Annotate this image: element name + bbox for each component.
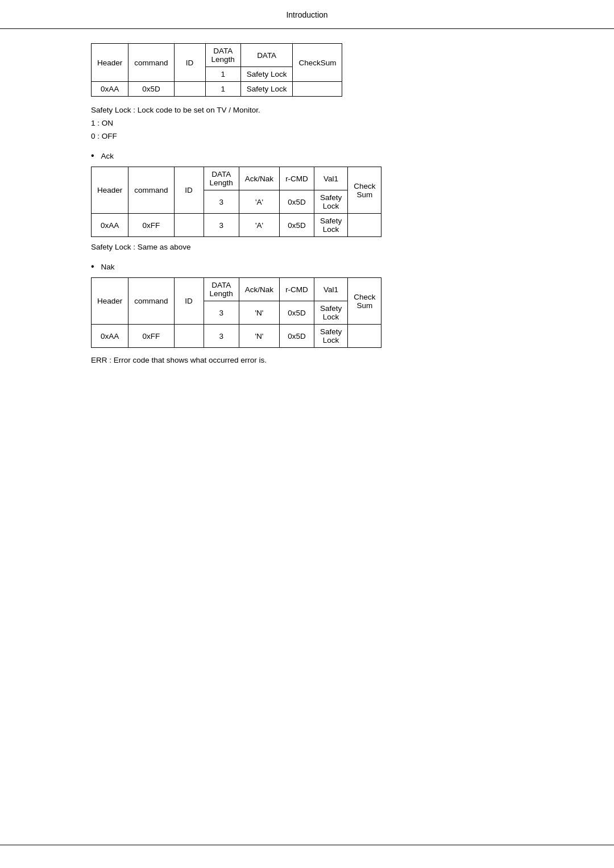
cmd-header-data-length: DATALength: [205, 44, 240, 67]
cmd-header-id: ID: [174, 44, 205, 82]
ack-row-id: [174, 214, 204, 237]
note-off: 0 : OFF: [91, 132, 523, 140]
nak-row-header: 0xAA: [92, 325, 128, 348]
cmd-row-data: Safety Lock: [240, 67, 293, 82]
cmd-header-data: DATA: [240, 44, 293, 67]
nak-row-id: [174, 325, 204, 348]
nak-header-command: command: [128, 278, 174, 325]
ack-row-safety: SafetyLock: [314, 214, 347, 237]
nak-row-nak: 'N': [239, 301, 279, 325]
nak-header-acknak: Ack/Nak: [239, 278, 279, 301]
nak-row-rcmd2: 0x5D: [280, 325, 314, 348]
nak-table: Header command ID DATALength Ack/Nak r-C…: [91, 277, 381, 348]
ack-note: Safety Lock : Same as above: [91, 243, 523, 251]
nak-text: Nak: [101, 263, 115, 271]
ack-header-val1: Val1: [314, 167, 347, 190]
cmd-row-length2: 1: [205, 82, 240, 97]
ack-row-command: 0xFF: [128, 214, 174, 237]
ack-table: Header command ID DATALength Ack/Nak r-C…: [91, 167, 381, 237]
ack-section: • Ack Header command ID DATALength Ack/N…: [91, 151, 523, 251]
ack-label: • Ack: [91, 151, 523, 161]
cmd-header-checksum: CheckSum: [293, 44, 342, 82]
cmd-row-header: 0xAA: [92, 82, 128, 97]
bottom-border: [0, 845, 614, 845]
ack-header-command: command: [128, 167, 174, 214]
nak-header-data-length: DATALength: [204, 278, 239, 301]
ack-header-data-length: DATALength: [204, 167, 239, 190]
ack-row-checksum: [348, 214, 381, 237]
nak-row-length2: 3: [204, 325, 239, 348]
nak-section: • Nak Header command ID DATALength Ack/N…: [91, 261, 523, 348]
page-container: Introduction Header command ID DATALengt…: [0, 0, 614, 868]
cmd-row-checksum: [293, 82, 342, 97]
top-border: [0, 28, 614, 29]
ack-row-rcmd: 0x5D: [280, 190, 314, 214]
ack-row-header: 0xAA: [92, 214, 128, 237]
nak-header-id: ID: [174, 278, 204, 325]
ack-bullet-icon: •: [91, 151, 94, 161]
ack-text: Ack: [101, 152, 114, 160]
main-content: Header command ID DATALength DATA CheckS…: [0, 26, 614, 398]
nak-header-val1: Val1: [314, 278, 347, 301]
nak-row-checksum: [348, 325, 381, 348]
nak-row-safety: SafetyLock: [314, 325, 347, 348]
nak-header-checksum: CheckSum: [348, 278, 381, 325]
note-on: 1 : ON: [91, 119, 523, 127]
ack-row-ack: 'A': [239, 214, 279, 237]
nak-label: • Nak: [91, 261, 523, 272]
nak-header-header: Header: [92, 278, 128, 325]
nak-row-rcmd: 0x5D: [280, 301, 314, 325]
ack-header-rcmd: r-CMD: [280, 167, 314, 190]
nak-row-val1: SafetyLock: [314, 301, 347, 325]
ack-header-id: ID: [174, 167, 204, 214]
ack-header-header: Header: [92, 167, 128, 214]
cmd-row-id: [174, 82, 205, 97]
ack-row-length2: 3: [204, 214, 239, 237]
nak-row-command: 0xFF: [128, 325, 174, 348]
header-title: Introduction: [286, 10, 327, 19]
ack-header-checksum: CheckSum: [348, 167, 381, 214]
ack-row-val1: SafetyLock: [314, 190, 347, 214]
cmd-row-safety-lock: Safety Lock: [240, 82, 293, 97]
nak-row-n: 'N': [239, 325, 279, 348]
cmd-header-header: Header: [92, 44, 128, 82]
ack-row-acknak: 'A': [239, 190, 279, 214]
ack-row-rcmd2: 0x5D: [280, 214, 314, 237]
cmd-header-command: command: [128, 44, 174, 82]
cmd-row-command: 0x5D: [128, 82, 174, 97]
err-note: ERR : Error code that shows what occurre…: [91, 356, 523, 364]
page-header: Introduction: [0, 0, 614, 26]
ack-header-acknak: Ack/Nak: [239, 167, 279, 190]
ack-row-length: 3: [204, 190, 239, 214]
command-table: Header command ID DATALength DATA CheckS…: [91, 43, 342, 97]
safety-lock-note: Safety Lock : Lock code to be set on TV …: [91, 106, 523, 114]
cmd-row-length: 1: [205, 67, 240, 82]
nak-header-rcmd: r-CMD: [280, 278, 314, 301]
nak-row-length: 3: [204, 301, 239, 325]
nak-bullet-icon: •: [91, 261, 94, 272]
